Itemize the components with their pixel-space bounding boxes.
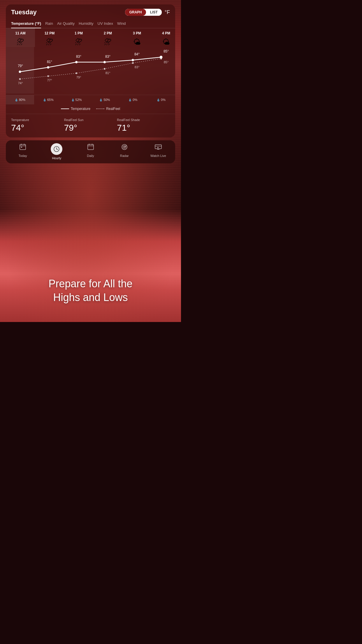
nav-watch-live[interactable]: Watch Live [141, 143, 175, 160]
hour-label-4pm: 4 PM [162, 28, 170, 37]
precipitation-row: 💧 80% 💧 65% 💧 52% 💧 50% 💧 0% [6, 95, 175, 104]
svg-rect-21 [88, 144, 94, 150]
hour-label-3pm: 3 PM [133, 28, 141, 37]
hour-label-2pm: 2 PM [104, 28, 112, 37]
drop-icon-4pm: 💧 [157, 98, 160, 102]
svg-rect-29 [155, 145, 161, 149]
watch-live-icon [154, 143, 162, 153]
header-controls: GRAPH LIST °F [125, 9, 170, 16]
nav-hourly-label: Hourly [52, 156, 61, 160]
nav-radar-label: Radar [120, 154, 129, 158]
drop-icon-11am: 💧 [15, 98, 18, 102]
hour-columns: 11 AM ⛈ 12 PM ⛈ 1 PM ⛈ 2 PM ⛈ [6, 28, 175, 47]
category-tabs: Temperature (°F) Rain Air Quality Humidi… [6, 19, 175, 28]
hour-label-12pm: 12 PM [45, 28, 55, 37]
hour-col-12pm[interactable]: 12 PM ⛈ [35, 28, 64, 47]
svg-rect-13 [20, 144, 26, 150]
hour-col-11am[interactable]: 11 AM ⛈ [6, 28, 35, 47]
view-toggle[interactable]: GRAPH LIST [125, 9, 161, 16]
weather-card: Tuesday GRAPH LIST °F Temperature (°F) R… [6, 4, 175, 137]
legend-line-dotted [96, 108, 104, 109]
weather-icon-12pm: ⛈ [46, 38, 53, 46]
drop-icon-12pm: 💧 [43, 98, 46, 102]
stat-temp-value: 74° [11, 123, 64, 133]
nav-watch-live-label: Watch Live [150, 154, 166, 158]
stat-rfshade-label: RealFeel Shade [117, 118, 170, 122]
drop-icon-3pm: 💧 [128, 98, 132, 102]
weather-icon-3pm: 🌤 [133, 38, 141, 46]
tab-humidity[interactable]: Humidity [79, 19, 98, 28]
nav-radar[interactable]: Radar [108, 143, 141, 160]
stat-rfshade-value: 71° [117, 123, 170, 133]
precip-val-2pm: 50% [103, 98, 110, 102]
precip-3pm: 💧 0% [119, 95, 147, 104]
hour-col-2pm[interactable]: 2 PM ⛈ [93, 28, 122, 47]
stat-realfeel-sun: RealFeel Sun 79° [64, 118, 117, 133]
day-title: Tuesday [11, 8, 37, 16]
precip-4pm: 💧 0% [147, 95, 175, 104]
nav-today-label: Today [18, 154, 27, 158]
bottom-nav: Today Hourly [6, 140, 175, 163]
precip-2pm: 💧 50% [90, 95, 119, 104]
temperature-graph: 79° 81° 83° 83° 84° 85° 74° 77° 79° 81° … [6, 47, 175, 94]
svg-point-2 [47, 66, 49, 69]
unit-label: °F [165, 9, 170, 15]
precip-1pm: 💧 52% [62, 95, 91, 104]
list-toggle-btn[interactable]: LIST [146, 9, 162, 16]
nav-hourly[interactable]: Hourly [40, 143, 73, 160]
tagline: Prepare for All theHighs and Lows [0, 277, 181, 304]
svg-point-1 [19, 71, 21, 73]
svg-point-10 [104, 68, 106, 70]
svg-point-4 [103, 61, 106, 63]
stats-row: Temperature 74° RealFeel Sun 79° RealFee… [6, 114, 175, 137]
svg-point-3 [75, 61, 78, 63]
today-icon [19, 143, 27, 153]
svg-point-5 [132, 59, 134, 61]
weather-icon-11am: ⛈ [17, 38, 24, 46]
tab-rain[interactable]: Rain [45, 19, 57, 28]
legend-realfeel: RealFeel [96, 107, 120, 111]
precip-val-11am: 80% [19, 98, 25, 102]
daily-icon [87, 143, 94, 153]
nav-daily[interactable]: Daily [73, 143, 107, 160]
drop-icon-1pm: 💧 [71, 98, 75, 102]
precip-11am: 💧 80% [6, 95, 34, 104]
weather-icon-1pm: ⛈ [75, 38, 82, 46]
precip-val-3pm: 0% [133, 98, 137, 102]
svg-rect-17 [21, 147, 22, 148]
precip-12pm: 💧 65% [34, 95, 62, 104]
svg-point-8 [47, 75, 49, 77]
tab-temperature[interactable]: Temperature (°F) [11, 19, 45, 28]
legend-line-solid [61, 108, 69, 109]
weather-icon-2pm: ⛈ [104, 38, 112, 46]
hour-col-3pm[interactable]: 3 PM 🌤 [122, 28, 152, 47]
legend-temp-label: Temperature [71, 107, 90, 111]
hour-col-4pm[interactable]: 4 PM 🌤 [152, 28, 175, 47]
svg-point-9 [75, 72, 77, 74]
hourly-chart: 11 AM ⛈ 12 PM ⛈ 1 PM ⛈ 2 PM ⛈ [6, 28, 175, 114]
hourly-icon-circle [51, 143, 62, 155]
hourly-icon-wrapper [51, 143, 62, 155]
svg-marker-31 [157, 147, 159, 148]
tab-wind[interactable]: Wind [117, 19, 130, 28]
graph-toggle-btn[interactable]: GRAPH [125, 9, 146, 16]
stat-temp-label: Temperature [11, 118, 64, 122]
radar-icon [121, 143, 128, 153]
svg-point-11 [132, 62, 134, 64]
hour-label-1pm: 1 PM [75, 28, 83, 37]
stat-temperature: Temperature 74° [11, 118, 64, 133]
nav-today[interactable]: Today [6, 143, 40, 160]
drop-icon-2pm: 💧 [99, 98, 103, 102]
svg-point-7 [19, 78, 21, 80]
legend-rf-label: RealFeel [106, 107, 120, 111]
nav-daily-label: Daily [87, 154, 94, 158]
precip-val-12pm: 65% [47, 98, 54, 102]
hour-col-1pm[interactable]: 1 PM ⛈ [64, 28, 93, 47]
tab-uv-index[interactable]: UV Index [98, 19, 117, 28]
stat-rfsun-label: RealFeel Sun [64, 118, 117, 122]
card-header: Tuesday GRAPH LIST °F [6, 4, 175, 19]
precip-val-4pm: 0% [161, 98, 166, 102]
stat-rfsun-value: 79° [64, 123, 117, 133]
precip-val-1pm: 52% [75, 98, 82, 102]
tab-air-quality[interactable]: Air Quality [57, 19, 79, 28]
